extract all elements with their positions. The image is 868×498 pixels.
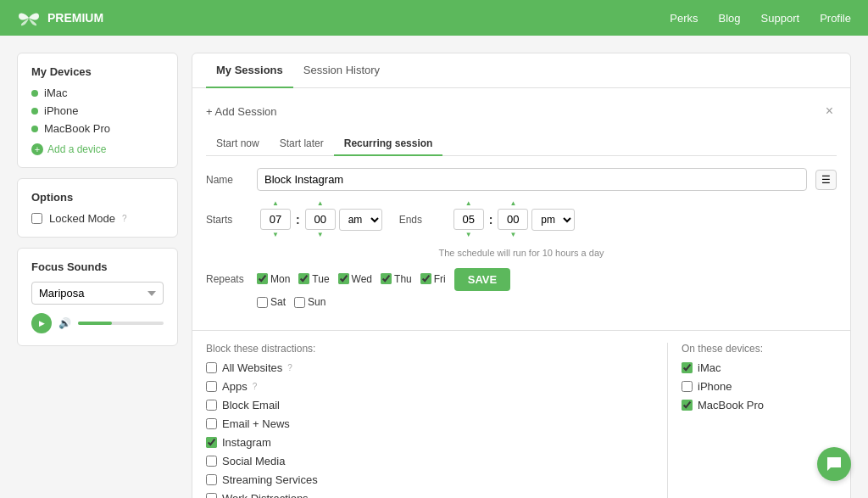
add-session-bar: + Add Session × (206, 100, 837, 122)
add-device-label: Add a device (47, 143, 106, 155)
apps-help-icon[interactable]: ? (253, 382, 258, 391)
device-macbookpro-checkbox[interactable] (682, 400, 693, 411)
day-wednesday-checkbox[interactable] (338, 273, 349, 284)
starts-label: Starts (206, 214, 248, 226)
all-websites-checkbox[interactable] (206, 362, 217, 373)
device-status-dot (31, 126, 38, 132)
time-sep-1: : (296, 213, 300, 227)
locked-mode-row: Locked Mode ? (31, 212, 164, 225)
end-min-spinner: ▲ ▼ (498, 199, 528, 239)
add-session-label: + Add Session (206, 105, 276, 118)
start-ampm-select[interactable]: am pm (339, 209, 382, 231)
brand: PREMIUM (17, 9, 103, 26)
name-row: Name ☰ (206, 168, 837, 191)
volume-bar[interactable] (78, 322, 164, 325)
day-friday-label: Fri (434, 273, 446, 285)
play-button[interactable]: ▶ (31, 313, 52, 333)
end-hour-down[interactable]: ▼ (463, 231, 475, 239)
distraction-social-media: Social Media (206, 455, 667, 467)
start-min-input[interactable] (305, 209, 336, 230)
start-hour-down[interactable]: ▼ (270, 231, 281, 239)
end-min-up[interactable]: ▲ (507, 199, 519, 208)
work-label: Work Distractions (222, 492, 309, 498)
day-wednesday: Wed (338, 273, 372, 285)
distraction-instagram: Instagram (206, 436, 667, 449)
start-min-down[interactable]: ▼ (314, 231, 326, 239)
tab-session-history[interactable]: Session History (293, 53, 390, 88)
device-name: iPhone (44, 104, 78, 117)
devices-title: My Devices (31, 65, 164, 78)
repeats-row: Repeats Mon Tue Wed Thu (206, 266, 837, 291)
day-friday-checkbox[interactable] (420, 273, 431, 284)
device-name: MacBook Pro (44, 122, 110, 135)
add-session-button[interactable]: + Add Session (206, 105, 276, 118)
session-name-input[interactable] (257, 168, 807, 191)
start-min-up[interactable]: ▲ (314, 199, 326, 208)
day-thursday-checkbox[interactable] (381, 273, 392, 284)
instagram-checkbox[interactable] (206, 437, 217, 448)
ends-label: Ends (399, 214, 442, 226)
instagram-label: Instagram (222, 436, 271, 449)
block-email-checkbox[interactable] (206, 400, 217, 411)
sound-select[interactable]: Mariposa Rain Forest Cafe White Noise (31, 282, 164, 305)
apps-checkbox[interactable] (206, 381, 217, 392)
save-button[interactable]: SAVE (454, 268, 510, 291)
start-hour-up[interactable]: ▲ (270, 199, 281, 208)
device-macbookpro-label: MacBook Pro (698, 399, 764, 411)
nav-blog[interactable]: Blog (719, 12, 741, 25)
block-section: Block these distractions: All Websites ?… (192, 330, 850, 498)
brand-label: PREMIUM (47, 11, 103, 25)
start-hour-input[interactable] (260, 209, 291, 230)
player-row: ▶ 🔊 (31, 313, 164, 333)
device-iphone: iPhone (682, 380, 837, 393)
all-websites-help-icon[interactable]: ? (287, 363, 292, 372)
end-min-input[interactable] (498, 209, 528, 230)
work-checkbox[interactable] (206, 493, 217, 498)
nav-perks[interactable]: Perks (670, 12, 698, 25)
end-min-down[interactable]: ▼ (507, 231, 519, 239)
end-ampm-select[interactable]: am pm (531, 209, 575, 231)
add-device-button[interactable]: + Add a device (31, 143, 106, 155)
tab-recurring-session[interactable]: Recurring session (334, 132, 443, 156)
close-button[interactable]: × (822, 100, 837, 122)
tab-start-later[interactable]: Start later (270, 132, 334, 156)
day-monday-label: Mon (270, 273, 290, 285)
day-friday: Fri (420, 273, 446, 285)
name-icon-button[interactable]: ☰ (815, 170, 837, 190)
list-item: MacBook Pro (31, 122, 164, 135)
devices-card: My Devices iMac iPhone MacBook Pro + Add… (17, 53, 178, 168)
day-monday-checkbox[interactable] (257, 273, 268, 284)
locked-mode-help-icon[interactable]: ? (122, 214, 127, 223)
device-status-dot (31, 108, 38, 115)
day-tuesday-checkbox[interactable] (298, 273, 309, 284)
block-col-title: Block these distractions: (206, 343, 667, 355)
streaming-checkbox[interactable] (206, 474, 217, 485)
email-news-checkbox[interactable] (206, 418, 217, 429)
end-hour-spinner: ▲ ▼ (453, 199, 484, 239)
distraction-block-email: Block Email (206, 399, 667, 411)
device-imac-checkbox[interactable] (682, 362, 693, 373)
focus-sounds-card: Focus Sounds Mariposa Rain Forest Cafe W… (17, 248, 178, 346)
apps-label: Apps (222, 380, 248, 393)
end-hour-input[interactable] (453, 209, 484, 230)
block-email-label: Block Email (222, 399, 280, 411)
tab-my-sessions[interactable]: My Sessions (206, 53, 293, 88)
social-media-checkbox[interactable] (206, 456, 217, 467)
distraction-apps: Apps ? (206, 380, 667, 393)
nav-profile[interactable]: Profile (820, 12, 851, 25)
day-wednesday-label: Wed (352, 273, 372, 285)
tab-start-now[interactable]: Start now (206, 132, 270, 156)
day-saturday-checkbox[interactable] (257, 297, 268, 308)
day-sunday-checkbox[interactable] (294, 297, 305, 308)
list-item: iPhone (31, 104, 164, 117)
device-iphone-label: iPhone (698, 380, 732, 393)
chat-button[interactable] (817, 447, 851, 481)
start-time-group: ▲ ▼ : ▲ ▼ am pm (260, 199, 382, 239)
locked-mode-checkbox[interactable] (31, 213, 42, 224)
session-form: + Add Session × Start now Start later Re… (192, 88, 850, 330)
end-hour-up[interactable]: ▲ (463, 199, 475, 208)
nav-support[interactable]: Support (761, 12, 800, 25)
device-imac-label: iMac (698, 361, 721, 374)
repeats-row-2: Sat Sun (206, 296, 837, 308)
device-iphone-checkbox[interactable] (682, 381, 693, 392)
